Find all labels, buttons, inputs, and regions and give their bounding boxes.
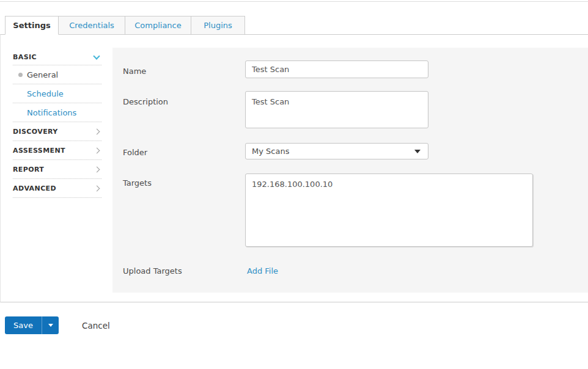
targets-label: Targets [123,178,152,188]
tab-label: Compliance [134,21,182,30]
save-button-label: Save [13,321,33,330]
caret-down-icon [414,150,421,153]
sidebar-section-discovery[interactable]: DISCOVERY [13,122,101,141]
general-settings-form: Name Description Test Scan Folder My Sca… [112,48,588,293]
tab-credentials[interactable]: Credentials [58,16,125,35]
active-dot-icon [18,73,23,77]
tab-plugins[interactable]: Plugins [191,16,245,35]
top-divider [0,1,588,2]
description-label: Description [123,97,168,106]
settings-panel: BASIC General Schedule Notifications DIS… [0,34,588,302]
settings-sidebar: BASIC General Schedule Notifications DIS… [13,49,101,198]
sidebar-section-report[interactable]: REPORT [13,160,101,179]
tab-label: Credentials [69,21,114,30]
tab-compliance[interactable]: Compliance [125,16,191,35]
sidebar-item-schedule[interactable]: Schedule [13,84,101,103]
sidebar-section-basic[interactable]: BASIC [13,49,101,65]
save-button[interactable]: Save [5,316,42,334]
sidebar-item-label: Schedule [27,89,64,98]
name-input[interactable] [245,60,428,78]
upload-targets-label: Upload Targets [123,266,182,276]
sidebar-item-label: General [27,70,58,79]
name-label: Name [123,67,146,76]
tab-bar: Settings Credentials Compliance Plugins [5,16,245,35]
tab-label: Settings [13,21,50,30]
sidebar-item-general[interactable]: General [13,65,101,84]
targets-textarea[interactable]: 192.168.100.100.10 [245,174,533,247]
sidebar-section-label: REPORT [13,166,44,174]
folder-select[interactable]: My Scans [245,143,428,159]
sidebar-item-notifications[interactable]: Notifications [13,103,101,122]
sidebar-section-label: BASIC [13,53,37,61]
tab-label: Plugins [204,21,232,30]
sidebar-item-label: Notifications [27,108,76,117]
cancel-button[interactable]: Cancel [82,321,110,331]
chevron-right-icon [94,147,100,153]
chevron-right-icon [94,185,100,191]
folder-label: Folder [123,148,147,157]
sidebar-section-assessment[interactable]: ASSESSMENT [13,141,101,160]
chevron-right-icon [94,128,100,134]
sidebar-section-advanced[interactable]: ADVANCED [13,179,101,198]
sidebar-section-label: ASSESSMENT [13,147,65,155]
save-options-button[interactable] [42,316,59,334]
description-textarea[interactable]: Test Scan [245,91,428,128]
chevron-down-icon [93,53,100,59]
chevron-right-icon [94,166,100,172]
folder-selected-value: My Scans [252,147,289,156]
save-split-button: Save [5,316,59,334]
sidebar-section-label: ADVANCED [13,184,56,192]
tab-settings[interactable]: Settings [5,16,59,35]
sidebar-section-label: DISCOVERY [13,128,58,136]
add-file-link[interactable]: Add File [247,266,278,276]
caret-down-icon [48,324,53,327]
